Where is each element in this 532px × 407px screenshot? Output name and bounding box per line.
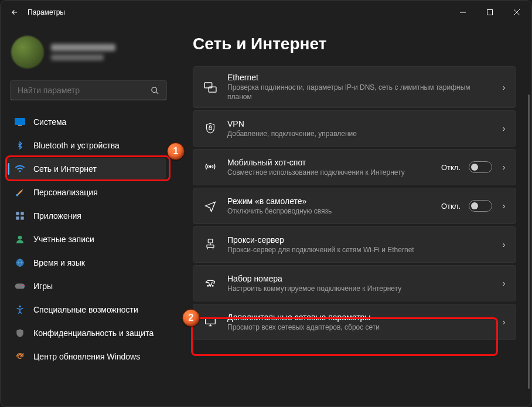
profile-block[interactable]	[8, 30, 169, 78]
close-button[interactable]	[503, 3, 530, 22]
card-proxy[interactable]: Прокси-серверПрокси-сервер для подключен…	[193, 226, 516, 263]
sidebar-item-label: Приложения	[33, 211, 81, 221]
card-airplane[interactable]: Режим «в самолете»Отключить беспроводную…	[193, 188, 516, 224]
svg-point-26	[212, 286, 213, 287]
sidebar-item-label: Время и язык	[33, 258, 85, 267]
svg-point-12	[18, 236, 22, 240]
card-desc: Просмотр всех сетевых адаптеров, сброс с…	[227, 323, 490, 332]
brush-icon	[15, 187, 25, 198]
search-box[interactable]	[10, 80, 167, 100]
profile-name-blurred	[51, 44, 115, 60]
update-icon	[15, 351, 25, 362]
ethernet-icon	[204, 82, 217, 93]
airplane-icon	[204, 200, 217, 212]
card-dialup[interactable]: Набор номераНастроить коммутируемое подк…	[193, 265, 516, 301]
annotation-badge-2: 2	[182, 309, 200, 327]
svg-rect-5	[18, 125, 22, 126]
svg-rect-20	[209, 127, 212, 130]
maximize-button[interactable]	[476, 3, 503, 22]
sidebar-item-label: Система	[33, 117, 66, 127]
nav-list: Система Bluetooth и устройства Сеть и Ин…	[8, 111, 169, 368]
avatar	[11, 36, 44, 69]
search-input[interactable]	[18, 86, 151, 95]
svg-rect-8	[16, 212, 19, 215]
card-desc: Совместное использование подключения к И…	[227, 168, 431, 177]
sidebar-item-bluetooth[interactable]: Bluetooth и устройства	[8, 134, 166, 157]
card-vpn[interactable]: VPNДобавление, подключение, управление ›	[193, 110, 516, 147]
annotation-badge-1: 1	[167, 143, 185, 160]
page-title: Сеть и Интернет	[193, 35, 526, 53]
titlebar: Параметры	[1, 1, 531, 24]
card-title: Ethernet	[227, 73, 490, 82]
sidebar-item-accounts[interactable]: Учетные записи	[8, 228, 166, 250]
search-icon	[151, 86, 159, 95]
sidebar-item-label: Конфиденциальность и защита	[33, 328, 154, 338]
svg-point-6	[19, 170, 21, 172]
sidebar-item-privacy[interactable]: Конфиденциальность и защита	[8, 322, 166, 344]
chevron-right-icon: ›	[500, 83, 507, 92]
sidebar-item-label: Центр обновления Windows	[33, 352, 140, 361]
chevron-right-icon: ›	[500, 279, 507, 288]
settings-window: Параметры Система	[0, 0, 532, 407]
lock-shield-icon	[204, 123, 217, 134]
svg-point-15	[22, 284, 23, 286]
svg-point-21	[210, 166, 212, 168]
window-controls	[449, 3, 530, 22]
card-title: Дополнительные сетевые параметры	[227, 313, 490, 322]
toggle-switch[interactable]	[469, 200, 492, 212]
card-desc: Отключить беспроводную связь	[227, 206, 431, 216]
sidebar-item-time[interactable]: Время и язык	[8, 252, 166, 274]
sidebar-item-label: Игры	[33, 281, 53, 291]
toggle-label: Откл.	[441, 202, 461, 211]
svg-rect-4	[15, 118, 25, 125]
toggle-switch[interactable]	[469, 161, 492, 173]
shield-icon	[15, 328, 25, 338]
card-title: VPN	[227, 119, 490, 128]
proxy-icon	[204, 239, 217, 250]
svg-point-7	[16, 194, 18, 196]
card-advanced-network[interactable]: Дополнительные сетевые параметрыПросмотр…	[193, 304, 516, 340]
globe-clock-icon	[15, 257, 25, 268]
card-desc: Проверка подлинности, параметры IP-и DNS…	[227, 83, 490, 101]
gamepad-icon	[15, 281, 25, 291]
sidebar-item-personalization[interactable]: Персонализация	[8, 181, 166, 204]
accessibility-icon	[15, 304, 25, 315]
sidebar-item-accessibility[interactable]: Специальные возможности	[8, 299, 166, 321]
card-hotspot[interactable]: Мобильный хот-спотСовместное использован…	[193, 149, 516, 185]
svg-point-16	[22, 286, 23, 287]
wifi-icon	[15, 164, 25, 174]
main-panel: Сеть и Интернет EthernetПроверка подлинн…	[176, 24, 531, 406]
svg-rect-10	[16, 216, 19, 219]
card-title: Мобильный хот-спот	[227, 158, 431, 167]
sidebar-item-label: Bluetooth и устройства	[33, 141, 120, 150]
svg-point-24	[207, 286, 209, 287]
chevron-right-icon: ›	[500, 240, 507, 249]
sidebar-item-gaming[interactable]: Игры	[8, 275, 166, 297]
display-icon	[15, 117, 25, 127]
back-button[interactable]	[5, 3, 24, 22]
svg-rect-22	[208, 239, 213, 243]
chevron-right-icon: ›	[500, 124, 507, 133]
settings-cards: EthernetПроверка подлинности, параметры …	[193, 66, 526, 340]
card-title: Набор номера	[227, 274, 490, 283]
sidebar-item-update[interactable]: Центр обновления Windows	[8, 345, 166, 368]
card-desc: Прокси-сервер для подключений к сетям Wi…	[227, 245, 490, 255]
sidebar-item-system[interactable]: Система	[8, 111, 166, 133]
person-icon	[15, 234, 25, 245]
window-title: Параметры	[28, 8, 65, 16]
bluetooth-icon	[15, 140, 25, 151]
svg-rect-27	[206, 318, 216, 324]
sidebar-item-label: Сеть и Интернет	[33, 164, 97, 174]
scrollbar[interactable]	[528, 94, 530, 389]
hotspot-icon	[204, 162, 217, 172]
card-ethernet[interactable]: EthernetПроверка подлинности, параметры …	[193, 66, 516, 108]
sidebar-item-label: Персонализация	[33, 188, 98, 197]
sidebar-item-network[interactable]: Сеть и Интернет	[8, 158, 166, 180]
minimize-button[interactable]	[449, 3, 476, 22]
card-desc: Настроить коммутируемое подключение к Ин…	[227, 284, 490, 293]
svg-rect-23	[207, 245, 214, 248]
monitor-network-icon	[204, 317, 217, 327]
sidebar-item-apps[interactable]: Приложения	[8, 205, 166, 227]
card-title: Прокси-сервер	[227, 235, 490, 245]
sidebar-item-label: Специальные возможности	[33, 305, 138, 314]
